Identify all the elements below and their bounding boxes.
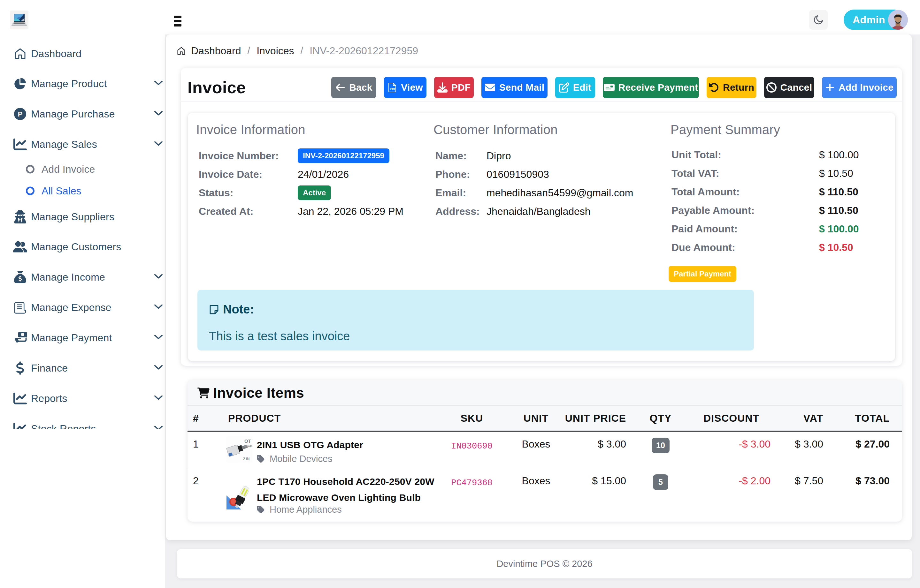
svg-text:2 IN: 2 IN — [243, 457, 249, 460]
svg-text:PDF: PDF — [390, 87, 396, 90]
svg-text:ADAP: ADAP — [244, 445, 252, 448]
svg-text:P: P — [18, 110, 23, 118]
svg-text:OT: OT — [245, 438, 251, 444]
